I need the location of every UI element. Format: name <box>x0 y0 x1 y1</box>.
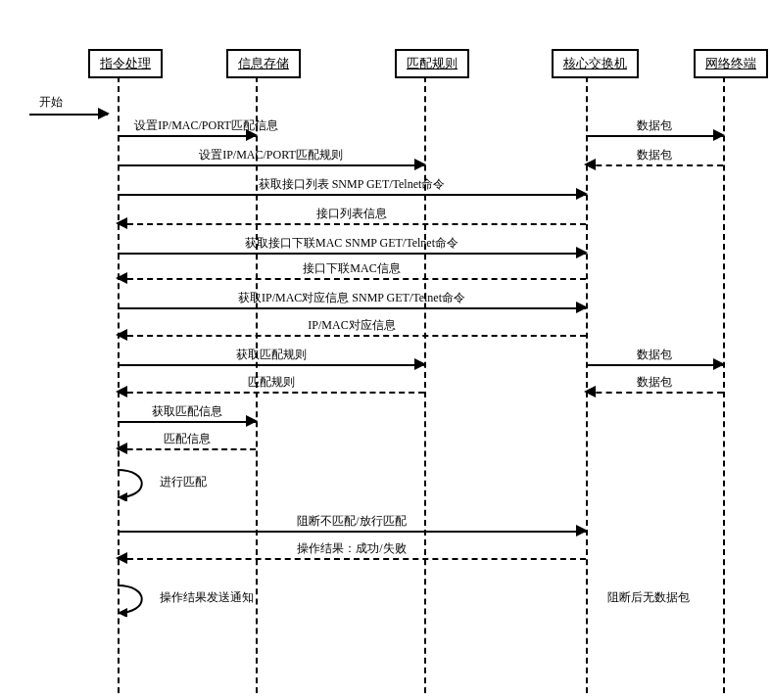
message-label: 匹配规则 <box>118 374 424 391</box>
note-label: 阻断后无数据包 <box>607 590 690 604</box>
message: 设置IP/MAC/PORT匹配规则 <box>118 151 424 170</box>
sequence-diagram: 指令处理 信息存储 匹配规则 核心交换机 网络终端 开始 设置IP/MAC/PO… <box>20 20 771 700</box>
participant-cmd: 指令处理 <box>88 49 163 78</box>
message: 获取匹配信息 <box>118 407 256 427</box>
message-label: 接口列表信息 <box>118 206 586 222</box>
svg-marker-0 <box>118 492 127 501</box>
message: 设置IP/MAC/PORT匹配信息 <box>118 121 256 141</box>
message-label: 数据包 <box>586 117 723 134</box>
participant-label: 核心交换机 <box>563 56 627 70</box>
message: 接口下联MAC信息 <box>118 264 586 284</box>
participant-label: 网络终端 <box>705 56 756 70</box>
self-message: 操作结果发送通知 <box>116 583 169 611</box>
message-label: 获取匹配信息 <box>118 403 256 420</box>
participant-store: 信息存储 <box>226 49 301 78</box>
message-label: 获取IP/MAC对应信息 SNMP GET/Telnet命令 <box>118 290 586 306</box>
message: 数据包 <box>586 350 723 370</box>
start-message: 开始 <box>29 100 108 119</box>
message: IP/MAC对应信息 <box>118 321 586 341</box>
message: 数据包 <box>586 378 723 397</box>
message-label: 获取匹配规则 <box>118 347 424 363</box>
message: 获取接口列表 SNMP GET/Telnet命令 <box>118 180 586 200</box>
participant-switch: 核心交换机 <box>552 49 639 78</box>
message-label: 获取接口列表 SNMP GET/Telnet命令 <box>118 176 586 193</box>
message-label: IP/MAC对应信息 <box>118 317 586 334</box>
note: 阻断后无数据包 <box>607 589 690 606</box>
message: 接口列表信息 <box>118 210 586 229</box>
message-label: 操作结果发送通知 <box>160 589 254 606</box>
message-label: 匹配信息 <box>118 431 256 447</box>
message: 数据包 <box>586 121 723 141</box>
message-label: 数据包 <box>586 374 723 391</box>
message-label: 接口下联MAC信息 <box>118 260 586 277</box>
self-loop-icon <box>96 468 155 501</box>
message: 获取IP/MAC对应信息 SNMP GET/Telnet命令 <box>118 294 586 313</box>
participant-label: 信息存储 <box>238 56 289 70</box>
message-label: 数据包 <box>586 347 723 363</box>
message-label: 设置IP/MAC/PORT匹配信息 <box>108 117 305 134</box>
message: 数据包 <box>586 151 723 170</box>
message-label: 数据包 <box>586 147 723 163</box>
message-label: 开始 <box>39 94 63 111</box>
message-label: 设置IP/MAC/PORT匹配规则 <box>118 147 424 163</box>
lifeline <box>723 76 725 693</box>
participant-label: 指令处理 <box>100 56 151 70</box>
message: 获取匹配规则 <box>118 350 424 370</box>
svg-marker-1 <box>118 608 127 617</box>
message: 操作结果：成功/失败 <box>118 544 586 564</box>
message: 阻断不匹配/放行匹配 <box>118 517 586 537</box>
message: 获取接口下联MAC SNMP GET/Telnet命令 <box>118 239 586 258</box>
message-label: 操作结果：成功/失败 <box>118 540 586 557</box>
message-label: 进行匹配 <box>160 474 207 490</box>
participant-terminal: 网络终端 <box>694 49 768 78</box>
message-label: 获取接口下联MAC SNMP GET/Telnet命令 <box>118 235 586 252</box>
message: 匹配规则 <box>118 378 424 397</box>
message-label: 阻断不匹配/放行匹配 <box>118 513 586 530</box>
self-message: 进行匹配 <box>116 468 169 495</box>
participant-rule: 匹配规则 <box>395 49 469 78</box>
participant-label: 匹配规则 <box>407 56 458 70</box>
self-loop-icon <box>96 583 155 617</box>
message: 匹配信息 <box>118 435 256 454</box>
